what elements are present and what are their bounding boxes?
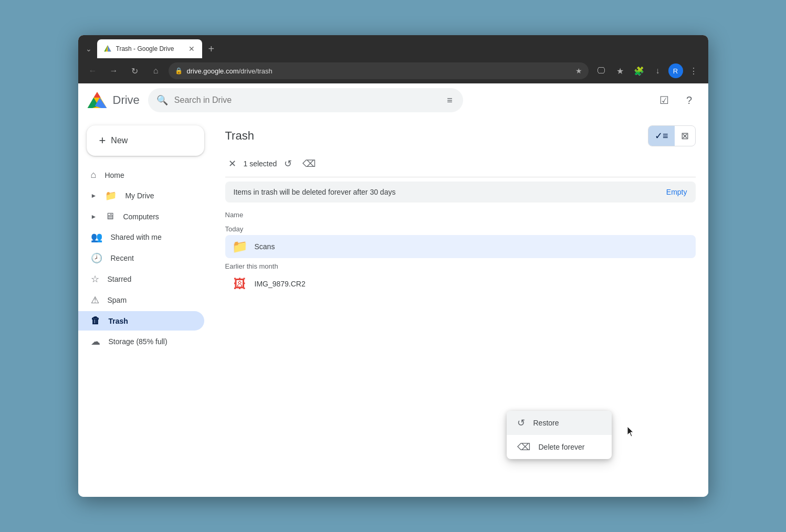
- computers-icon: 🖥: [105, 211, 114, 222]
- search-bar[interactable]: 🔍 ≡: [148, 88, 463, 112]
- tab-chevron[interactable]: ⌄: [82, 42, 95, 55]
- download-button[interactable]: ↓: [649, 62, 666, 79]
- menu-button[interactable]: ⋮: [685, 62, 702, 79]
- empty-trash-button[interactable]: Empty: [666, 188, 687, 196]
- sidebar-shared-label: Shared with me: [111, 233, 162, 241]
- profile-button[interactable]: R: [668, 63, 683, 78]
- delete-forever-menu-label: Delete forever: [539, 443, 585, 451]
- file-row-scans[interactable]: 📁 Scans: [225, 235, 696, 258]
- deselect-button[interactable]: ✕: [225, 155, 239, 173]
- sidebar-item-shared[interactable]: 👥 Shared with me: [78, 227, 204, 247]
- trash-notice-text: Items in trash will be deleted forever a…: [234, 188, 396, 196]
- sidebar-computers-label: Computers: [123, 212, 159, 221]
- plus-icon: +: [99, 134, 106, 147]
- url-text: drive.google.com/drive/trash: [187, 67, 571, 75]
- home-button[interactable]: ⌂: [148, 62, 164, 79]
- sidebar-item-recent[interactable]: 🕗 Recent: [78, 248, 204, 268]
- restore-button[interactable]: ↺: [281, 155, 295, 173]
- grid-view-button[interactable]: ⊠: [675, 126, 695, 146]
- menu-item-restore[interactable]: ↺ Restore: [507, 411, 612, 435]
- menu-item-delete-forever[interactable]: ⌫ Delete forever: [507, 435, 612, 459]
- security-icon: 🔒: [175, 67, 183, 75]
- sidebar-item-my-drive[interactable]: ► 📁 My Drive: [78, 186, 204, 206]
- app-header: Drive 🔍 ≡ ☑ ?: [78, 83, 708, 117]
- svg-marker-1: [108, 45, 111, 51]
- column-header: Name: [225, 207, 696, 221]
- svg-marker-9: [93, 92, 100, 98]
- selection-toolbar: ✕ 1 selected ↺ ⌫: [225, 151, 696, 177]
- sidebar-my-drive-label: My Drive: [125, 191, 154, 200]
- expand-icon: ►: [91, 213, 97, 220]
- restore-menu-icon: ↺: [517, 417, 525, 429]
- content-header: Trash ✓≡ ⊠: [225, 117, 696, 151]
- home-icon: ⌂: [91, 169, 97, 180]
- sidebar-item-trash[interactable]: 🗑 Trash: [78, 311, 204, 331]
- reload-button[interactable]: ↻: [127, 62, 143, 79]
- screen-cast-button[interactable]: 🖵: [593, 62, 610, 79]
- recent-icon: 🕗: [91, 252, 102, 264]
- file-row-img[interactable]: 🖼 IMG_9879.CR2: [225, 272, 696, 295]
- restore-menu-label: Restore: [533, 419, 559, 427]
- app-name: Drive: [113, 93, 140, 107]
- address-bar[interactable]: 🔒 drive.google.com/drive/trash ★: [169, 62, 589, 79]
- sidebar: + New ⌂ Home ► 📁 My Drive ► 🖥 Computers: [78, 117, 213, 497]
- forward-button[interactable]: →: [106, 62, 122, 79]
- sidebar-item-spam[interactable]: ⚠ Spam: [78, 290, 204, 310]
- back-button[interactable]: ←: [85, 62, 101, 79]
- tab-close-button[interactable]: ✕: [187, 44, 196, 54]
- tab-favicon: [103, 45, 112, 53]
- bookmark-button[interactable]: ★: [612, 62, 628, 79]
- file-list: Name Today 📁 Scans Earlier this month 🖼 …: [225, 207, 696, 497]
- selected-count: 1 selected: [244, 159, 277, 168]
- expand-icon: ►: [91, 192, 97, 199]
- page-title: Trash: [225, 129, 254, 143]
- sidebar-recent-label: Recent: [111, 254, 134, 262]
- file-name-scans: Scans: [255, 242, 275, 251]
- extensions-button[interactable]: 🧩: [631, 62, 647, 79]
- search-options-button[interactable]: ≡: [445, 93, 455, 108]
- address-star-icon: ★: [575, 67, 582, 75]
- checklist-button[interactable]: ☑: [654, 90, 675, 111]
- file-name-img: IMG_9879.CR2: [255, 280, 306, 288]
- my-drive-icon: 📁: [105, 190, 117, 201]
- spam-icon: ⚠: [91, 294, 99, 306]
- section-earlier: Earlier this month: [225, 258, 696, 272]
- tab-title: Trash - Google Drive: [116, 45, 183, 52]
- sidebar-item-home[interactable]: ⌂ Home: [78, 165, 204, 185]
- sidebar-home-label: Home: [104, 171, 124, 179]
- drive-logo[interactable]: Drive: [87, 90, 140, 111]
- drive-logo-icon: [87, 90, 108, 111]
- sidebar-trash-label: Trash: [109, 317, 128, 325]
- new-tab-button[interactable]: +: [204, 41, 219, 57]
- new-button-label: New: [111, 136, 128, 145]
- list-view-button[interactable]: ✓≡: [648, 126, 675, 146]
- search-input[interactable]: [174, 95, 438, 105]
- sidebar-storage-label: Storage (85% full): [109, 337, 167, 346]
- folder-icon: 📁: [232, 239, 248, 254]
- new-button[interactable]: + New: [87, 125, 204, 156]
- active-tab[interactable]: Trash - Google Drive ✕: [97, 39, 202, 58]
- storage-icon: ☁: [91, 336, 100, 347]
- trash-notice-bar: Items in trash will be deleted forever a…: [225, 182, 696, 203]
- shared-icon: 👥: [91, 231, 102, 243]
- sidebar-item-starred[interactable]: ☆ Starred: [78, 269, 204, 289]
- sidebar-item-storage[interactable]: ☁ Storage (85% full): [78, 332, 204, 352]
- starred-icon: ☆: [91, 273, 99, 285]
- sidebar-spam-label: Spam: [108, 296, 127, 304]
- delete-forever-menu-icon: ⌫: [517, 441, 530, 453]
- delete-forever-button[interactable]: ⌫: [299, 155, 319, 173]
- section-today: Today: [225, 221, 696, 235]
- view-toggle: ✓≡ ⊠: [648, 125, 696, 146]
- sidebar-starred-label: Starred: [108, 275, 132, 283]
- sidebar-item-computers[interactable]: ► 🖥 Computers: [78, 207, 204, 226]
- trash-icon: 🗑: [91, 315, 100, 326]
- image-icon: 🖼: [232, 276, 248, 291]
- name-column-header: Name: [225, 211, 244, 219]
- context-menu: ↺ Restore ⌫ Delete forever: [507, 411, 612, 459]
- main-content: Trash ✓≡ ⊠ ✕ 1 selected ↺ ⌫ Items in tra…: [213, 117, 708, 497]
- search-icon: 🔍: [156, 94, 168, 106]
- help-button[interactable]: ?: [679, 90, 700, 111]
